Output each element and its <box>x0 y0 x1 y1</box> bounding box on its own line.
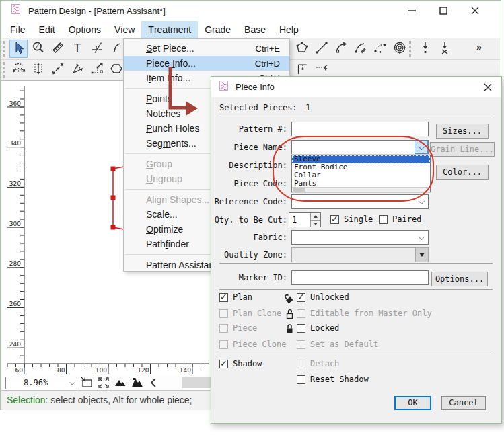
marker-id-input[interactable] <box>291 270 429 285</box>
svg-text:240: 240 <box>9 341 21 348</box>
dialog-close-button[interactable] <box>478 80 497 95</box>
line-tool-icon <box>315 41 328 57</box>
set-as-default-label: Set as Default <box>310 340 378 350</box>
horizontal-scrollbar[interactable] <box>182 377 211 388</box>
fit-region-button[interactable] <box>79 377 94 389</box>
maximize-button[interactable] <box>433 3 454 18</box>
drop-point-tool-button[interactable] <box>416 40 434 58</box>
dashed-curve-tool-icon <box>373 41 387 57</box>
locked-label: Locked <box>310 323 339 333</box>
menu-item-piece-info[interactable]: Piece Info...Ctrl+D <box>124 56 289 71</box>
single-checkbox[interactable] <box>330 215 339 224</box>
reference-code-combo[interactable] <box>291 194 429 209</box>
chevron-down-icon <box>418 198 425 204</box>
toolbar-overflow-button[interactable]: » <box>476 42 482 52</box>
point-move-tool-button[interactable] <box>87 61 106 79</box>
curve-partial-tool-button[interactable] <box>107 40 125 58</box>
qty-stepper[interactable]: 1 <box>289 212 321 227</box>
selected-piece-outline[interactable] <box>111 167 124 230</box>
svg-text:300: 300 <box>9 221 21 227</box>
zoom-level-combo[interactable]: 8.96% <box>5 377 77 389</box>
qty-up-button[interactable] <box>311 213 320 220</box>
svg-text:280: 280 <box>9 260 21 267</box>
plan-clone-label: Plan Clone <box>233 309 281 319</box>
fit-screen-button[interactable] <box>96 377 111 389</box>
options-button[interactable]: Options... <box>431 272 488 286</box>
menubar-item-grade[interactable]: Grade <box>198 21 238 38</box>
pen-curve-tool-button[interactable] <box>351 40 369 58</box>
dropdown-scrollbar[interactable] <box>292 187 430 192</box>
measure-tool-button[interactable] <box>48 40 67 58</box>
lock-open-icon <box>285 308 294 319</box>
combo-dropdown-button[interactable] <box>415 231 428 244</box>
pattern-number-input[interactable] <box>291 122 429 136</box>
hexagon-tool-button[interactable] <box>107 61 125 79</box>
plan-label: Plan <box>233 292 252 303</box>
toolbar-gripper[interactable] <box>409 41 413 57</box>
piece-name-dropdown-list: SleeveFront BodiceCollarPants <box>291 155 431 192</box>
shadow-checkbox[interactable] <box>219 360 228 368</box>
target-tool-button[interactable] <box>390 40 408 58</box>
dashed-curve-tool-button[interactable] <box>371 40 389 58</box>
menubar-item-base[interactable]: Base <box>238 21 273 38</box>
arc-spread-tool-icon <box>71 62 84 78</box>
piece-clone-label: Piece Clone <box>233 340 286 350</box>
drop-notch-tool-button[interactable] <box>435 40 454 58</box>
collapse-panel-button[interactable] <box>147 377 161 389</box>
fabric-combo[interactable] <box>291 230 429 245</box>
ok-button[interactable]: OK <box>394 396 431 410</box>
chevron-down-icon <box>418 143 425 150</box>
minimize-button[interactable] <box>402 3 422 18</box>
select-tool-button[interactable] <box>9 40 28 58</box>
piece-clone-checkbox <box>219 340 228 349</box>
dart-transfer-tool-icon <box>51 62 65 78</box>
sizes-button[interactable]: Sizes... <box>436 124 489 139</box>
zoom-tool-button[interactable]: Z <box>29 40 47 58</box>
qty-down-button[interactable] <box>311 220 320 227</box>
text-tool-button[interactable]: T <box>68 40 86 58</box>
locked-checkbox[interactable] <box>297 324 305 333</box>
divider <box>219 289 493 290</box>
combo-dropdown-button[interactable] <box>415 141 428 154</box>
close-button[interactable] <box>465 3 485 18</box>
curve-arrow-tool-button[interactable] <box>332 40 350 58</box>
zoom-preview-small-button[interactable] <box>113 377 128 389</box>
polygon-tool-button[interactable] <box>293 40 311 58</box>
combo-dropdown-button <box>415 248 428 262</box>
hexagon-tool-icon <box>110 62 123 78</box>
svg-text:T: T <box>73 41 81 54</box>
piece-name-combo[interactable] <box>291 140 429 155</box>
menubar-item-view[interactable]: View <box>108 21 141 38</box>
menubar-item-treatment[interactable]: Treatment <box>141 21 198 38</box>
unlocked-checkbox[interactable] <box>297 293 305 302</box>
piece-checkbox <box>219 324 228 333</box>
toolbar-gripper[interactable] <box>3 62 7 78</box>
plan-checkbox[interactable] <box>219 293 228 302</box>
parallel-move-tool-button[interactable] <box>29 61 47 79</box>
menu-item-set-piece[interactable]: Set Piece...Ctrl+E <box>124 41 289 56</box>
curve-arrow-tool-icon <box>334 41 348 57</box>
paired-checkbox[interactable] <box>379 215 388 224</box>
zoom-preview-large-button[interactable] <box>130 377 145 389</box>
line-tool-button[interactable] <box>312 40 330 58</box>
menubar-item-options[interactable]: Options <box>62 21 108 38</box>
notch-corner-tool-button[interactable] <box>87 40 106 58</box>
menubar-item-help[interactable]: Help <box>273 21 305 38</box>
single-label: Single <box>344 214 373 225</box>
combo-dropdown-button[interactable] <box>415 195 428 208</box>
svg-text:60: 60 <box>15 367 24 374</box>
toolbar-gripper[interactable] <box>3 41 7 57</box>
zoom-tool-icon: Z <box>32 41 45 57</box>
dart-transfer-tool-button[interactable] <box>48 61 67 79</box>
pen-curve-tool-icon <box>354 41 367 57</box>
pattern-number-label: Pattern #: <box>211 122 287 136</box>
divider <box>219 354 493 354</box>
reset-shadow-checkbox[interactable] <box>297 375 305 384</box>
cancel-button[interactable]: Cancel <box>441 396 486 410</box>
target-tool-icon <box>393 41 406 57</box>
menubar-item-edit[interactable]: Edit <box>32 21 62 38</box>
menubar-item-file[interactable]: File <box>3 21 32 38</box>
color-button[interactable]: Color... <box>436 165 489 180</box>
arc-spread-tool-button[interactable] <box>68 61 86 79</box>
seam-adjust-tool-button[interactable] <box>9 61 28 79</box>
